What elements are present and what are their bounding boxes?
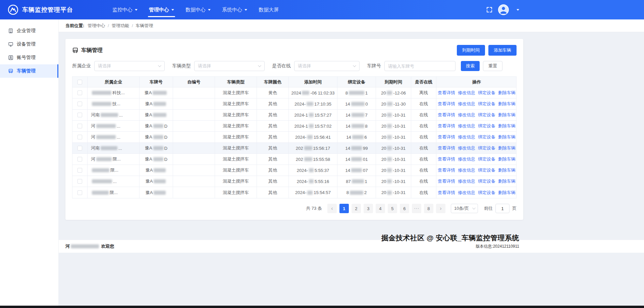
- row-checkbox[interactable]: [77, 168, 82, 173]
- bound-device-cell: 1401: [337, 154, 376, 165]
- row-checkbox[interactable]: [77, 102, 82, 106]
- goto-page-input[interactable]: [495, 204, 509, 213]
- view-details-link[interactable]: 查看详情: [438, 190, 455, 196]
- delete-vehicle-link[interactable]: 删除车辆: [498, 134, 516, 140]
- view-details-link[interactable]: 查看详情: [438, 112, 455, 118]
- row-checkbox[interactable]: [77, 113, 82, 117]
- page-number-button[interactable]: 2: [352, 204, 361, 213]
- nav-item[interactable]: 数据大屏: [253, 0, 284, 19]
- sidebar-item-企业管理[interactable]: 企业管理: [0, 24, 58, 38]
- view-details-link[interactable]: 查看详情: [438, 90, 455, 96]
- view-details-link[interactable]: 查看详情: [438, 101, 455, 107]
- row-checkbox[interactable]: [77, 135, 82, 139]
- page-number-button[interactable]: 6: [400, 204, 409, 213]
- edit-info-link[interactable]: 修改信息: [458, 123, 475, 129]
- view-details-link[interactable]: 查看详情: [438, 123, 455, 129]
- bind-device-link[interactable]: 绑定设备: [478, 156, 495, 162]
- breadcrumb-item[interactable]: 管理中心: [88, 23, 105, 29]
- edit-info-link[interactable]: 修改信息: [458, 190, 475, 196]
- bind-device-link[interactable]: 绑定设备: [478, 178, 495, 184]
- view-details-link[interactable]: 查看详情: [438, 178, 455, 184]
- bind-device-link[interactable]: 绑定设备: [478, 101, 495, 107]
- vehicle-type-select[interactable]: 请选择: [194, 61, 265, 71]
- redacted-blur: [71, 244, 99, 248]
- edit-info-link[interactable]: 修改信息: [458, 90, 475, 96]
- edit-info-link[interactable]: 修改信息: [458, 112, 475, 118]
- row-checkbox[interactable]: [77, 179, 82, 184]
- edit-info-link[interactable]: 修改信息: [458, 145, 475, 151]
- delete-vehicle-link[interactable]: 删除车辆: [498, 112, 516, 118]
- row-checkbox[interactable]: [77, 124, 82, 128]
- row-checkbox[interactable]: [77, 146, 82, 150]
- bind-device-link[interactable]: 绑定设备: [478, 190, 495, 196]
- sidebar-item-车辆管理[interactable]: 车辆管理: [0, 64, 58, 78]
- page-number-button[interactable]: 1: [339, 204, 349, 213]
- page-number-button[interactable]: 8: [424, 204, 433, 213]
- nav-item[interactable]: 监控中心: [107, 0, 143, 19]
- chevron-down-icon[interactable]: [517, 9, 519, 11]
- breadcrumb-item[interactable]: 车辆管理: [136, 23, 153, 29]
- page-number-button[interactable]: 3: [364, 204, 373, 213]
- delete-vehicle-link[interactable]: 删除车辆: [498, 145, 516, 151]
- more-pages-icon[interactable]: ···: [412, 204, 421, 213]
- delete-vehicle-link[interactable]: 删除车辆: [498, 178, 516, 184]
- nav-item[interactable]: 系统中心: [216, 0, 253, 19]
- edit-info-link[interactable]: 修改信息: [458, 156, 475, 162]
- bind-device-link[interactable]: 绑定设备: [478, 123, 495, 129]
- view-details-link[interactable]: 查看详情: [438, 134, 455, 140]
- bind-device-link[interactable]: 绑定设备: [478, 90, 495, 96]
- edit-info-link[interactable]: 修改信息: [458, 134, 475, 140]
- nav-item[interactable]: 管理中心: [143, 0, 180, 19]
- search-button[interactable]: 搜索: [461, 61, 480, 71]
- row-checkbox[interactable]: [77, 157, 82, 162]
- text-fragment: 15:54:57: [314, 190, 331, 195]
- company-cell: 河南...: [88, 110, 140, 120]
- delete-vehicle-link[interactable]: 删除车辆: [498, 167, 516, 173]
- prev-page-button[interactable]: ‹: [327, 204, 337, 213]
- reset-button[interactable]: 重置: [483, 61, 502, 71]
- text-fragment: 20: [381, 102, 386, 107]
- bind-device-link[interactable]: 绑定设备: [478, 167, 495, 173]
- edit-info-link[interactable]: 修改信息: [458, 101, 475, 107]
- added-time-cell: 2024- 15:56:41: [289, 132, 337, 142]
- page-number-button[interactable]: 5: [388, 204, 397, 213]
- select-all-checkbox[interactable]: [77, 80, 82, 84]
- delete-vehicle-link[interactable]: 删除车辆: [498, 156, 516, 162]
- user-avatar[interactable]: [498, 4, 509, 15]
- expire-time-button[interactable]: 到期时间: [457, 45, 485, 56]
- edit-info-link[interactable]: 修改信息: [458, 167, 475, 173]
- nav-item[interactable]: 数据中心: [180, 0, 216, 19]
- self-number-cell: [173, 176, 215, 187]
- text-fragment: 20: [381, 90, 386, 96]
- bind-device-link[interactable]: 绑定设备: [478, 112, 495, 118]
- view-details-link[interactable]: 查看详情: [438, 145, 455, 151]
- sidebar-item-设备管理[interactable]: 设备管理: [0, 38, 58, 51]
- plate-input[interactable]: [384, 61, 455, 71]
- delete-vehicle-link[interactable]: 删除车辆: [498, 123, 516, 129]
- view-details-link[interactable]: 查看详情: [438, 167, 455, 173]
- row-checkbox[interactable]: [77, 90, 82, 95]
- row-checkbox[interactable]: [77, 190, 82, 195]
- delete-vehicle-link[interactable]: 删除车辆: [498, 190, 516, 196]
- breadcrumb-item[interactable]: 管理功能: [112, 23, 129, 29]
- text-fragment: ...: [113, 179, 117, 184]
- page-size-select[interactable]: 10条/页: [451, 204, 478, 213]
- add-vehicle-button[interactable]: 添加车辆: [488, 45, 517, 56]
- delete-vehicle-link[interactable]: 删除车辆: [498, 90, 516, 96]
- page-number-button[interactable]: 4: [376, 204, 385, 213]
- next-page-button[interactable]: ›: [436, 204, 445, 213]
- edit-info-link[interactable]: 修改信息: [458, 178, 475, 184]
- bind-device-link[interactable]: 绑定设备: [478, 145, 495, 151]
- view-details-link[interactable]: 查看详情: [438, 156, 455, 162]
- company-select[interactable]: 请选择: [94, 61, 165, 71]
- sidebar-item-账号管理[interactable]: 账号管理: [0, 51, 58, 64]
- fullscreen-icon[interactable]: [486, 6, 493, 13]
- online-select[interactable]: 请选择: [294, 61, 360, 71]
- page-size-value: 10条/页: [454, 205, 469, 211]
- text-fragment: 87: [346, 179, 351, 184]
- delete-vehicle-link[interactable]: 删除车辆: [498, 101, 516, 107]
- bind-device-link[interactable]: 绑定设备: [478, 134, 495, 140]
- actions-cell: 查看详情修改信息绑定设备删除车辆: [436, 176, 517, 187]
- pagination: 共 73 条 ‹ 123456···8 › 10条/页 前往 页: [72, 204, 517, 213]
- sidebar-item-label: 账号管理: [17, 55, 36, 61]
